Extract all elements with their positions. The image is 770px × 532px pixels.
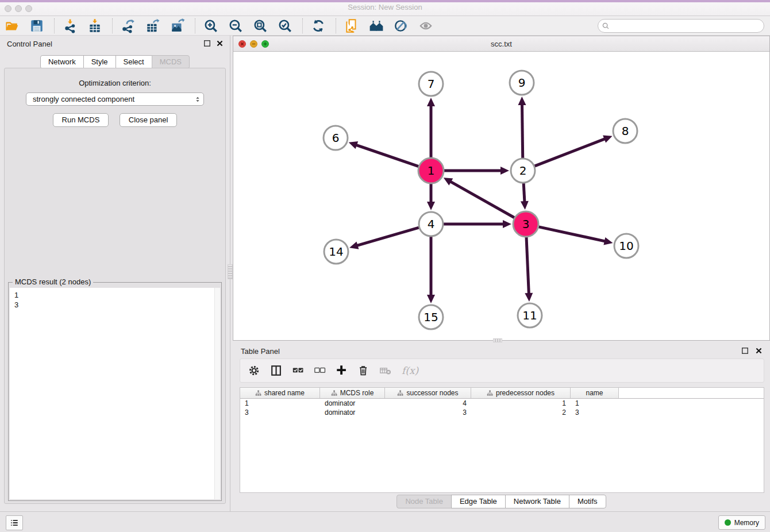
- cell[interactable]: dominator: [320, 399, 385, 408]
- run-mcds-button[interactable]: Run MCDS: [53, 113, 109, 127]
- cell[interactable]: 2: [471, 408, 571, 417]
- home-button[interactable]: [368, 17, 385, 34]
- graph-edge-arrow-2-9: [518, 97, 526, 105]
- open-file-button[interactable]: [3, 17, 21, 34]
- vertical-splitter-grip[interactable]: [228, 264, 233, 279]
- export-table-button[interactable]: [144, 17, 161, 34]
- refresh-layout-icon: [311, 18, 326, 33]
- memory-button[interactable]: Memory: [718, 515, 765, 530]
- cell[interactable]: dominator: [320, 408, 385, 417]
- graph-edge-3-10[interactable]: [538, 227, 605, 241]
- graph-node-3[interactable]: 3: [513, 211, 538, 237]
- cell[interactable]: 4: [385, 399, 471, 408]
- export-image-button[interactable]: [169, 17, 186, 34]
- node-table: shared nameMCDS rolesuccessor nodesprede…: [240, 387, 764, 493]
- tab-node-table[interactable]: Node Table: [396, 495, 452, 508]
- graph-node-15[interactable]: 15: [419, 305, 443, 329]
- graph-node-6[interactable]: 6: [324, 126, 348, 150]
- home-icon: [369, 18, 384, 33]
- tab-select[interactable]: Select: [116, 55, 152, 69]
- cell[interactable]: 1: [471, 399, 571, 408]
- delete-columns-button[interactable]: [357, 364, 371, 377]
- mcds-result-area[interactable]: 13: [10, 288, 220, 499]
- tab-mcds[interactable]: MCDS: [152, 55, 190, 69]
- graph-node-10[interactable]: 10: [614, 234, 638, 258]
- graph-edge-3-1[interactable]: [450, 182, 515, 218]
- zoom-out-button[interactable]: [227, 17, 244, 34]
- zoom-in-button[interactable]: [202, 17, 220, 34]
- graph-edge-3-11[interactable]: [526, 237, 529, 294]
- hide-panels-button[interactable]: [392, 17, 410, 34]
- column-header-successor-nodes[interactable]: successor nodes: [385, 388, 471, 398]
- result-scrollbar[interactable]: [214, 288, 220, 499]
- export-network-button[interactable]: [120, 17, 137, 34]
- new-network-from-selection-button[interactable]: [343, 17, 360, 34]
- cell[interactable]: 1: [571, 399, 619, 408]
- tab-motifs[interactable]: Motifs: [569, 495, 606, 508]
- import-table-button[interactable]: [86, 17, 103, 34]
- column-selector-icon: [270, 364, 283, 377]
- column-header-MCDS-role[interactable]: MCDS role: [320, 388, 385, 398]
- graph-edge-2-3[interactable]: [523, 183, 525, 202]
- import-network-button[interactable]: [61, 17, 79, 34]
- table-row[interactable]: 1dominator411: [240, 399, 764, 408]
- graph-edge-4-14[interactable]: [357, 228, 419, 246]
- import-table-icon: [87, 18, 102, 33]
- deselect-all-columns-button[interactable]: [313, 364, 327, 377]
- graph-node-1[interactable]: 1: [418, 158, 444, 183]
- zoom-fit-button[interactable]: [252, 17, 269, 34]
- horizontal-splitter-grip[interactable]: [493, 338, 502, 342]
- cell[interactable]: 3: [385, 408, 471, 417]
- close-table-panel-icon[interactable]: [754, 346, 763, 355]
- create-column-button[interactable]: [335, 364, 349, 377]
- task-history-button[interactable]: [6, 515, 23, 530]
- graph-edge-arrow-1-7: [427, 98, 435, 106]
- graph-node-7[interactable]: 7: [419, 72, 443, 96]
- hide-panels-icon: [394, 18, 409, 33]
- graph-edge-arrow-4-3: [503, 220, 511, 228]
- column-header-shared-name[interactable]: shared name: [240, 388, 320, 398]
- delete-table-button: [379, 364, 392, 377]
- graph-edge-1-6[interactable]: [356, 145, 419, 167]
- tab-edge-table[interactable]: Edge Table: [451, 495, 506, 508]
- optimization-criterion-select[interactable]: strongly connected component: [26, 92, 204, 106]
- graph-node-2[interactable]: 2: [511, 159, 535, 183]
- refresh-layout-button[interactable]: [310, 17, 327, 34]
- tab-style[interactable]: Style: [83, 55, 116, 69]
- save-session-button[interactable]: [28, 17, 45, 34]
- search-box[interactable]: [598, 19, 764, 33]
- tab-network-table[interactable]: Network Table: [505, 495, 569, 508]
- graph-edge-2-9[interactable]: [522, 104, 522, 159]
- search-input[interactable]: [610, 22, 764, 30]
- graph-edge-2-8[interactable]: [534, 138, 606, 166]
- float-panel-icon[interactable]: [203, 39, 211, 48]
- network-canvas[interactable]: 1234678910111415: [233, 52, 769, 340]
- float-table-panel-icon[interactable]: [741, 346, 749, 355]
- svg-text:7: 7: [428, 77, 435, 91]
- column-header-predecessor-nodes[interactable]: predecessor nodes: [471, 388, 571, 398]
- svg-text:2: 2: [519, 164, 527, 178]
- select-all-columns-button[interactable]: [291, 364, 305, 377]
- table-row[interactable]: 3dominator323: [240, 408, 764, 417]
- cell[interactable]: 1: [240, 399, 320, 408]
- zoom-selected-button[interactable]: [276, 17, 294, 34]
- table-options-button[interactable]: [248, 364, 261, 377]
- graph-edge-arrow-3-11: [525, 293, 533, 302]
- tab-network[interactable]: Network: [40, 55, 84, 69]
- column-selector-button[interactable]: [270, 364, 283, 377]
- graph-node-4[interactable]: 4: [419, 212, 443, 236]
- cell[interactable]: 3: [571, 408, 619, 417]
- mcds-panel: Optimization criterion: strongly connect…: [4, 68, 226, 504]
- graph-node-11[interactable]: 11: [518, 303, 542, 327]
- network-window-titlebar: scc.txt: [233, 36, 769, 52]
- graph-node-9[interactable]: 9: [510, 71, 534, 95]
- column-header-name[interactable]: name: [571, 388, 619, 398]
- graph-node-14[interactable]: 14: [324, 240, 348, 264]
- search-icon: [602, 22, 610, 30]
- cell[interactable]: 3: [240, 408, 320, 417]
- close-panel-button[interactable]: Close panel: [120, 113, 178, 127]
- delete-columns-icon: [357, 364, 370, 377]
- close-panel-icon[interactable]: [215, 39, 224, 48]
- column-header-label: successor nodes: [406, 389, 458, 397]
- graph-node-8[interactable]: 8: [613, 119, 637, 143]
